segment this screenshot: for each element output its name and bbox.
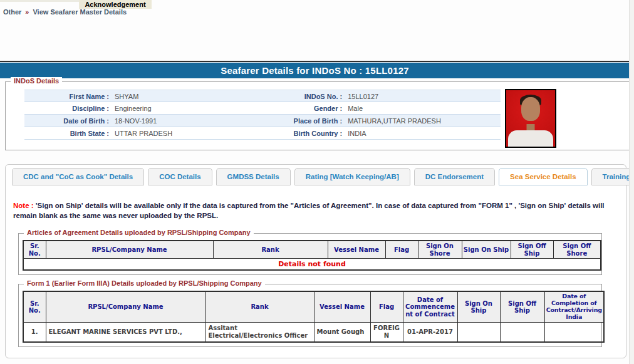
tab-bar: CDC and "CoC as Cook" Details COC Detail…	[12, 168, 626, 185]
seafarer-photo	[505, 89, 556, 148]
column-header-flag: Flag	[370, 291, 403, 322]
vertical-scrollbar[interactable]	[629, 0, 634, 364]
table-header-row: Sr. No. RPSL/Company Name Rank Vessel Na…	[23, 241, 601, 259]
page-title: Seafarer Details for INDoS No : 15LL0127	[221, 65, 409, 76]
sea-service-panel: CDC and "CoC as Cook" Details COC Detail…	[5, 164, 626, 358]
column-header-commencement-date: Date of Commencement of Contract	[403, 291, 457, 322]
field-value: Engineering	[112, 102, 152, 114]
column-header-rank: Rank	[213, 241, 328, 259]
column-header-sign-on-shore: Sign On Shore	[418, 241, 462, 259]
field-value: UTTAR PRADESH	[112, 127, 172, 139]
column-header-company: RPSL/Company Name	[46, 241, 213, 259]
column-header-vessel: Vessel Name	[328, 241, 385, 259]
photo-face-shape	[521, 97, 540, 121]
column-header-rank: Rank	[205, 291, 314, 322]
cell-sr-no: 1.	[23, 322, 46, 342]
breadcrumb-current: View Seafarer Master Details	[33, 8, 127, 16]
sign-on-ship-note: Note : 'Sign on Ship' details will be av…	[13, 201, 617, 221]
tab-dc-endorsement[interactable]: DC Endorsement	[414, 168, 495, 185]
field-label: Date of Birth :	[24, 115, 112, 127]
tab-gmdss-details[interactable]: GMDSS Details	[216, 168, 291, 185]
form1-legend: Form 1 (Earlier Form IIIA) Details uploa…	[24, 279, 265, 287]
menu-item-acknowledgement[interactable]: Acknowledgement	[79, 0, 152, 9]
tab-training-details[interactable]: Training Details	[591, 168, 634, 185]
table-header-row: Sr. No. RPSL/Company Name Rank Vessel Na…	[23, 291, 604, 322]
field-label: Place of Birth :	[248, 115, 345, 127]
indos-details-fieldset: INDoS Details First Name :SHYAM INDoS No…	[5, 81, 630, 150]
indos-details-grid: First Name :SHYAM INDoS No. :15LL0127 Di…	[24, 90, 501, 140]
cell-flag: FOREIGN	[370, 322, 403, 342]
field-label: INDoS No. :	[248, 90, 345, 101]
cell-commencement-date: 01-APR-2017	[403, 322, 457, 342]
cell-rank: Assitant Electrical/Electronics Officer	[205, 322, 314, 342]
detail-row: Birth State :UTTAR PRADESH Birth Country…	[24, 127, 501, 140]
photo-shirt-shape	[508, 130, 553, 148]
field-label: First Name :	[24, 90, 112, 101]
field-label: Birth State :	[24, 127, 112, 139]
field-value: 15LL0127	[345, 90, 378, 101]
horizontal-divider	[0, 61, 630, 62]
cell-sign-off-ship	[500, 322, 544, 342]
table-row: 1. ELEGANT MARINE SERVICES PVT LTD., Ass…	[23, 322, 604, 342]
note-prefix: Note :	[13, 202, 34, 209]
field-value: Male	[345, 102, 363, 114]
form1-table: Sr. No. RPSL/Company Name Rank Vessel Na…	[23, 291, 605, 343]
note-text: 'Sign on Ship' details will be available…	[13, 202, 605, 219]
field-label: Birth Country :	[248, 127, 345, 139]
column-header-sign-on-ship: Sign On Ship	[457, 291, 500, 322]
articles-of-agreement-table: Sr. No. RPSL/Company Name Rank Vessel Na…	[23, 240, 601, 271]
breadcrumb-section: Other	[3, 8, 21, 16]
column-header-sr-no: Sr. No.	[23, 241, 46, 259]
column-header-flag: Flag	[385, 241, 418, 259]
breadcrumb: Other»View Seafarer Master Details	[3, 8, 127, 16]
column-header-vessel: Vessel Name	[314, 291, 370, 322]
articles-legend: Articles of Agreement Details uploaded b…	[24, 229, 254, 236]
empty-result-row: Details not found	[23, 259, 601, 271]
tab-cdc-coc-cook-details[interactable]: CDC and "CoC as Cook" Details	[12, 168, 144, 185]
detail-row: First Name :SHYAM INDoS No. :15LL0127	[24, 90, 501, 102]
column-header-sign-off-ship: Sign Off Ship	[511, 241, 553, 259]
field-value: SHYAM	[112, 90, 138, 101]
cell-sign-on-ship	[457, 322, 500, 342]
column-header-sr-no: Sr. No.	[23, 291, 46, 322]
field-label: Gender :	[248, 102, 345, 114]
page-title-bar: Seafarer Details for INDoS No : 15LL0127	[0, 63, 630, 78]
form1-fieldset: Form 1 (Earlier Form IIIA) Details uploa…	[18, 284, 602, 347]
cell-company: ELEGANT MARINE SERVICES PVT LTD.,	[46, 322, 205, 342]
menu-bar-remnant	[0, 0, 79, 2]
tab-rating-watch-keeping-ab[interactable]: Rating [Watch Keeping/AB]	[294, 168, 410, 185]
field-value: 18-NOV-1991	[112, 115, 157, 127]
field-value: INDIA	[345, 127, 366, 139]
column-header-sign-on-ship: Sign On Ship	[462, 241, 511, 259]
column-header-sign-off-ship: Sign Off Ship	[500, 291, 544, 322]
column-header-completion-date: Date of Completion of Contract/Arriving …	[544, 291, 604, 322]
cell-vessel: Mount Gough	[314, 322, 370, 342]
column-header-company: RPSL/Company Name	[46, 291, 205, 322]
tab-coc-details[interactable]: COC Details	[148, 168, 212, 185]
cell-completion-date	[544, 322, 604, 342]
tab-sea-service-details[interactable]: Sea Service Details	[499, 168, 588, 185]
detail-row: Date of Birth :18-NOV-1991 Place of Birt…	[24, 115, 501, 127]
articles-of-agreement-fieldset: Articles of Agreement Details uploaded b…	[18, 233, 602, 275]
indos-details-legend: INDoS Details	[11, 77, 62, 85]
detail-row: Discipline :Engineering Gender :Male	[24, 102, 501, 115]
column-header-sign-off-shore: Sign Off Shore	[553, 241, 601, 259]
details-not-found-message: Details not found	[23, 259, 601, 271]
breadcrumb-separator: »	[21, 8, 33, 16]
field-value: MATHURA,UTTAR PRADESH	[345, 115, 441, 127]
field-label: Discipline :	[24, 102, 112, 114]
